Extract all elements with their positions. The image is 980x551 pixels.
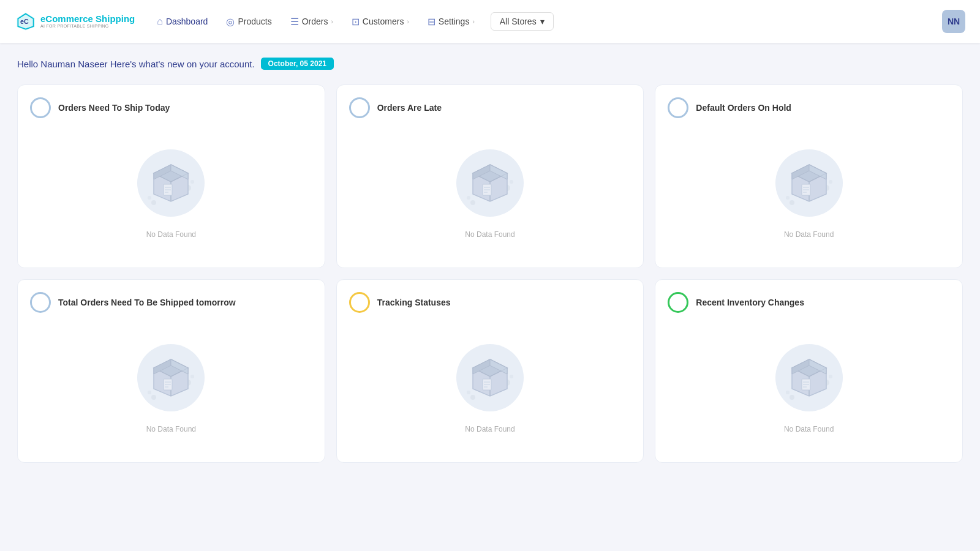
user-avatar[interactable]: NN: [942, 10, 965, 33]
no-data-text: No Data Found: [784, 425, 834, 433]
svg-point-60: [467, 391, 470, 394]
card-body: No Data Found: [30, 124, 312, 258]
greeting-text: Hello Nauman Naseer Here's what's new on…: [17, 59, 255, 69]
card-circle-icon: [668, 292, 688, 313]
svg-point-46: [148, 391, 151, 394]
card-circle-icon: [668, 97, 688, 118]
empty-illustration: [447, 338, 533, 418]
card-title: Orders Need To Ship Today: [58, 103, 170, 113]
card-orders-ship-today: Orders Need To Ship Today: [17, 84, 325, 268]
card-recent-inventory: Recent Inventory Changes: [655, 279, 963, 463]
card-body: No Data Found: [349, 319, 631, 452]
svg-point-18: [467, 196, 470, 200]
card-header: Tracking Statuses: [349, 292, 631, 313]
svg-point-76: [829, 375, 832, 378]
navbar: eC eCommerce Shipping AI FOR PROFITABLE …: [0, 0, 980, 43]
card-body: No Data Found: [349, 124, 631, 258]
card-title: Total Orders Need To Be Shipped tomorrow: [58, 298, 236, 307]
svg-point-4: [148, 196, 151, 200]
card-circle-icon: [349, 97, 370, 118]
home-icon: ⌂: [157, 16, 163, 27]
svg-point-6: [190, 180, 194, 184]
customers-arrow-icon: ›: [407, 18, 409, 25]
svg-point-31: [790, 200, 794, 205]
no-data-text: No Data Found: [784, 230, 834, 239]
svg-point-59: [470, 395, 475, 400]
card-circle-icon: [349, 292, 370, 313]
card-title: Orders Are Late: [377, 103, 442, 113]
no-data-text: No Data Found: [146, 425, 196, 433]
empty-illustration: [128, 143, 214, 223]
card-tracking-statuses: Tracking Statuses: [336, 279, 644, 463]
nav-orders[interactable]: ☰ Orders ›: [283, 12, 341, 31]
nav-products[interactable]: ◎ Products: [219, 12, 279, 31]
svg-point-74: [786, 391, 790, 394]
logo-name: eCommerce Shipping: [40, 14, 135, 24]
card-body: No Data Found: [30, 319, 312, 452]
card-body: No Data Found: [668, 319, 950, 452]
store-selector[interactable]: All Stores ▾: [491, 12, 554, 31]
svg-text:eC: eC: [20, 18, 29, 25]
card-header: Orders Are Late: [349, 97, 631, 118]
card-default-orders-hold: Default Orders On Hold: [655, 84, 963, 268]
card-circle-icon: [30, 292, 51, 313]
no-data-text: No Data Found: [465, 230, 514, 239]
svg-point-3: [151, 200, 156, 205]
card-total-orders-tomorrow: Total Orders Need To Be Shipped tomorrow: [17, 279, 325, 463]
card-orders-are-late: Orders Are Late: [336, 84, 644, 268]
card-title: Recent Inventory Changes: [696, 298, 804, 307]
nav-customers[interactable]: ⊡ Customers ›: [344, 12, 417, 31]
cards-grid: Orders Need To Ship Today: [17, 84, 963, 463]
svg-point-62: [510, 375, 513, 378]
card-header: Default Orders On Hold: [668, 97, 950, 118]
card-circle-icon: [30, 97, 51, 118]
svg-point-48: [190, 375, 194, 378]
settings-arrow-icon: ›: [472, 18, 474, 25]
svg-point-73: [790, 395, 794, 400]
nav-items: ⌂ Dashboard ◎ Products ☰ Orders › ⊡ Cust…: [149, 12, 937, 31]
card-title: Tracking Statuses: [377, 298, 451, 307]
svg-point-17: [470, 200, 475, 205]
settings-icon: ⊟: [428, 16, 435, 28]
no-data-text: No Data Found: [146, 230, 196, 239]
logo[interactable]: eC eCommerce Shipping AI FOR PROFITABLE …: [15, 10, 135, 32]
orders-arrow-icon: ›: [331, 18, 333, 25]
greeting-section: Hello Nauman Naseer Here's what's new on…: [17, 58, 963, 70]
empty-illustration: [447, 143, 533, 223]
empty-illustration: [766, 338, 852, 418]
empty-illustration: [766, 143, 852, 223]
empty-illustration: [128, 338, 214, 418]
main-content: Hello Nauman Naseer Here's what's new on…: [0, 43, 980, 478]
dropdown-icon: ▾: [540, 17, 545, 26]
card-header: Recent Inventory Changes: [668, 292, 950, 313]
svg-point-45: [151, 395, 156, 400]
orders-icon: ☰: [290, 16, 299, 28]
card-header: Orders Need To Ship Today: [30, 97, 312, 118]
logo-tagline: AI FOR PROFITABLE SHIPPING: [40, 24, 135, 29]
date-badge: October, 05 2021: [261, 58, 334, 70]
svg-point-32: [786, 196, 790, 200]
products-icon: ◎: [226, 16, 235, 28]
no-data-text: No Data Found: [465, 425, 514, 433]
customers-icon: ⊡: [352, 16, 360, 28]
card-title: Default Orders On Hold: [696, 103, 791, 113]
nav-dashboard[interactable]: ⌂ Dashboard: [149, 12, 215, 31]
card-body: No Data Found: [668, 124, 950, 258]
svg-point-20: [510, 180, 513, 184]
svg-point-34: [829, 180, 832, 184]
nav-settings[interactable]: ⊟ Settings ›: [420, 12, 482, 31]
card-header: Total Orders Need To Be Shipped tomorrow: [30, 292, 312, 313]
